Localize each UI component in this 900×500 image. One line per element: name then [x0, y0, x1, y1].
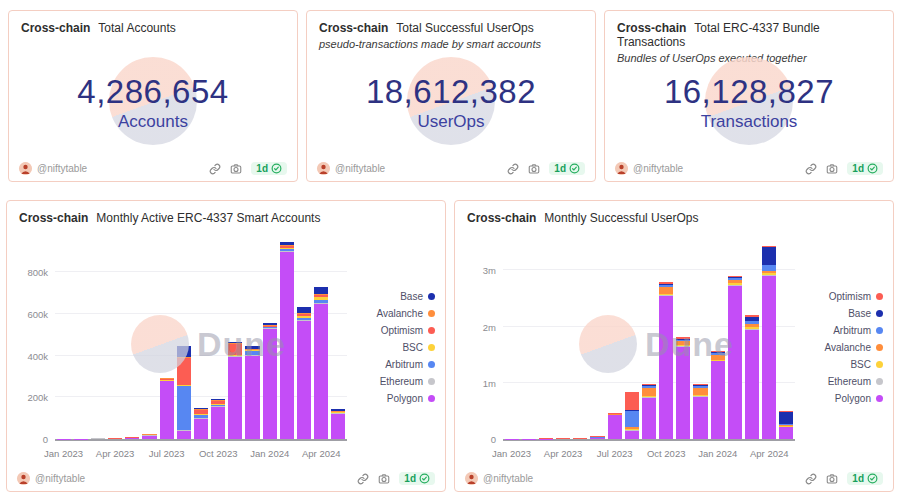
card-title: Total Accounts: [98, 21, 175, 35]
segment-base: [693, 385, 707, 386]
segment-avalanche: [779, 425, 793, 426]
bar-dec-2023[interactable]: [693, 239, 707, 439]
segment-polygon: [245, 356, 259, 439]
bar-jan-2024[interactable]: [711, 239, 725, 439]
author-handle[interactable]: @niftytable: [633, 163, 683, 174]
link-icon[interactable]: [209, 163, 221, 175]
legend-item-base[interactable]: Base: [351, 291, 435, 302]
segment-base: [211, 399, 225, 400]
legend-item-avalanche[interactable]: Avalanche: [799, 342, 883, 353]
author-avatar-icon[interactable]: [317, 162, 330, 175]
segment-optimism: [280, 246, 294, 248]
legend-item-ethereum[interactable]: Ethereum: [351, 376, 435, 387]
chart-legend: BaseAvalancheOptimismBSCArbitrumEthereum…: [351, 235, 439, 459]
author-handle[interactable]: @niftytable: [37, 163, 87, 174]
bar-jul-2023[interactable]: [160, 239, 174, 439]
check-circle-icon: [271, 163, 282, 174]
x-axis-label: Jul 2023: [149, 448, 185, 459]
author-handle[interactable]: @niftytable: [35, 473, 85, 484]
chart-area: Dune 01m2m3m Jan 2023Apr 2023Jul 2023Oct…: [463, 235, 887, 459]
camera-icon[interactable]: [826, 473, 838, 485]
bar-sep-2023[interactable]: [194, 239, 208, 439]
bar-nov-2023[interactable]: [228, 239, 242, 439]
legend-item-optimism[interactable]: Optimism: [799, 291, 883, 302]
refresh-badge[interactable]: 1d: [847, 472, 883, 485]
legend-item-bsc[interactable]: BSC: [799, 359, 883, 370]
card-title-prefix: Cross-chain: [467, 211, 536, 225]
bar-oct-2023[interactable]: [659, 239, 673, 439]
x-axis-label: Oct 2023: [647, 448, 686, 459]
bar-mar-2024[interactable]: [745, 239, 759, 439]
camera-icon[interactable]: [826, 163, 838, 175]
camera-icon[interactable]: [230, 163, 242, 175]
legend-item-polygon[interactable]: Polygon: [799, 393, 883, 404]
legend-item-bsc[interactable]: BSC: [351, 342, 435, 353]
bar-jul-2023[interactable]: [608, 239, 622, 439]
legend-item-optimism[interactable]: Optimism: [351, 325, 435, 336]
legend-label: Arbitrum: [385, 359, 423, 370]
bar-jun-2023[interactable]: [142, 239, 156, 439]
card-title-prefix: Cross-chain: [319, 21, 388, 35]
link-icon[interactable]: [805, 473, 817, 485]
link-icon[interactable]: [357, 473, 369, 485]
bar-mar-2024[interactable]: [297, 239, 311, 439]
author-avatar-icon[interactable]: [615, 162, 628, 175]
bar-dec-2023[interactable]: [245, 239, 259, 439]
bar-feb-2024[interactable]: [728, 239, 742, 439]
author-avatar-icon[interactable]: [17, 472, 30, 485]
x-axis: Jan 2023Apr 2023Jul 2023Oct 2023Jan 2024…: [503, 445, 795, 459]
refresh-badge[interactable]: 1d: [847, 162, 883, 175]
card-header: Cross-chainMonthly Successful UserOps: [455, 201, 893, 225]
bar-apr-2024[interactable]: [762, 239, 776, 439]
segment-polygon: [573, 438, 587, 439]
bar-apr-2023[interactable]: [108, 239, 122, 439]
card-title-prefix: Cross-chain: [21, 21, 90, 35]
bar-mar-2023[interactable]: [539, 239, 553, 439]
segment-polygon: [331, 413, 345, 439]
bar-apr-2024[interactable]: [314, 239, 328, 439]
bar-may-2023[interactable]: [573, 239, 587, 439]
bar-jun-2023[interactable]: [590, 239, 604, 439]
segment-avalanche: [728, 280, 742, 283]
legend-item-polygon[interactable]: Polygon: [351, 393, 435, 404]
refresh-badge[interactable]: 1d: [549, 162, 585, 175]
legend-label: Polygon: [387, 393, 423, 404]
bar-nov-2023[interactable]: [676, 239, 690, 439]
author-avatar-icon[interactable]: [19, 162, 32, 175]
bar-oct-2023[interactable]: [211, 239, 225, 439]
segment-optimism: [693, 384, 707, 385]
link-icon[interactable]: [507, 163, 519, 175]
link-icon[interactable]: [805, 163, 817, 175]
legend-item-avalanche[interactable]: Avalanche: [351, 308, 435, 319]
segment-optimism: [659, 282, 673, 284]
camera-icon[interactable]: [378, 473, 390, 485]
legend-item-arbitrum[interactable]: Arbitrum: [351, 359, 435, 370]
bar-sep-2023[interactable]: [642, 239, 656, 439]
bar-may-2023[interactable]: [125, 239, 139, 439]
camera-icon[interactable]: [528, 163, 540, 175]
segment-optimism: [642, 384, 656, 385]
legend-item-arbitrum[interactable]: Arbitrum: [799, 325, 883, 336]
legend-label: BSC: [850, 359, 871, 370]
legend-item-ethereum[interactable]: Ethereum: [799, 376, 883, 387]
author-handle[interactable]: @niftytable: [483, 473, 533, 484]
bar-feb-2024[interactable]: [280, 239, 294, 439]
refresh-badge[interactable]: 1d: [399, 472, 435, 485]
bar-aug-2023[interactable]: [177, 239, 191, 439]
bar-mar-2023[interactable]: [91, 239, 105, 439]
refresh-badge[interactable]: 1d: [251, 162, 287, 175]
legend-item-base[interactable]: Base: [799, 308, 883, 319]
stat-unit: UserOps: [307, 112, 595, 132]
bar-jan-2023[interactable]: [57, 239, 71, 439]
bar-feb-2023[interactable]: [522, 239, 536, 439]
bar-aug-2023[interactable]: [625, 239, 639, 439]
author-handle[interactable]: @niftytable: [335, 163, 385, 174]
segment-polygon: [211, 407, 225, 439]
bar-may-2024[interactable]: [331, 239, 345, 439]
author-avatar-icon[interactable]: [465, 472, 478, 485]
bar-feb-2023[interactable]: [74, 239, 88, 439]
bar-apr-2023[interactable]: [556, 239, 570, 439]
bar-jan-2024[interactable]: [263, 239, 277, 439]
bar-may-2024[interactable]: [779, 239, 793, 439]
bar-jan-2023[interactable]: [505, 239, 519, 439]
